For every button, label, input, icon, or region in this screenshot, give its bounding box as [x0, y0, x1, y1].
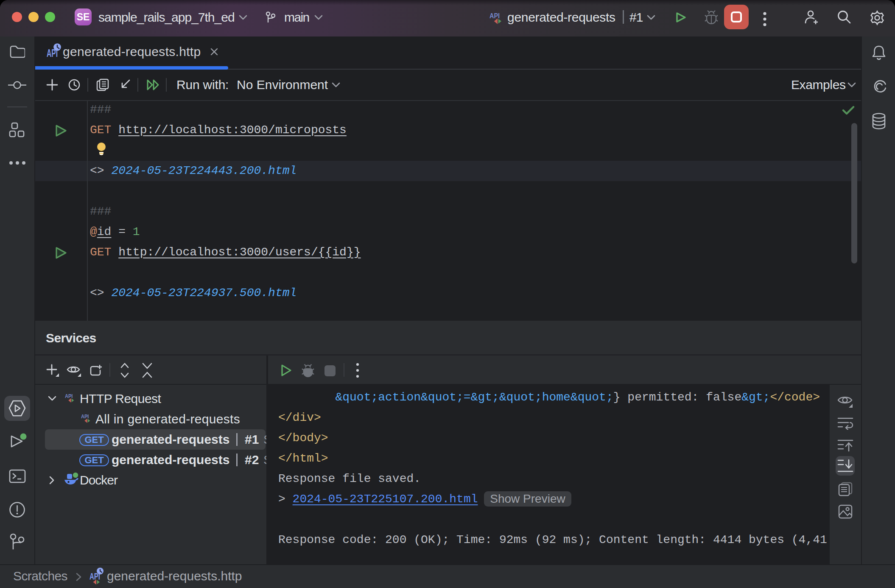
svg-text:API: API [489, 12, 500, 20]
svg-text:API: API [81, 413, 89, 420]
svg-text:API: API [65, 393, 73, 399]
